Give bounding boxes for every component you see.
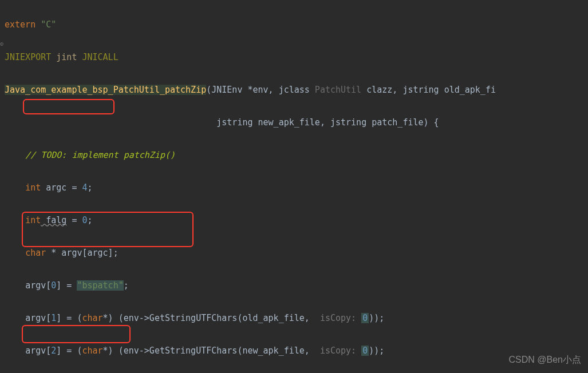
gutter-override-icon[interactable]: ⊙ xyxy=(0,38,3,49)
code-line: char * argv[argc]; xyxy=(5,245,583,261)
code-line: argv[2] = (char*) (env->GetStringUTFChar… xyxy=(5,343,583,359)
code-line: argv[0] = "bspatch"; xyxy=(5,277,583,294)
code-line: int argc = 4; xyxy=(5,180,583,196)
watermark: CSDN @Ben小点 xyxy=(509,351,582,368)
code-line: jstring new_apk_file, jstring patch_file… xyxy=(5,114,583,131)
code-line: int falg = 0; xyxy=(5,212,583,229)
code-line: argv[1] = (char*) (env->GetStringUTFChar… xyxy=(5,310,583,327)
code-line: JNIEXPORT jint JNICALL xyxy=(5,49,583,66)
code-editor[interactable]: extern "C" JNIEXPORT jint JNICALL Java_c… xyxy=(0,0,588,373)
code-line: extern "C" xyxy=(5,17,583,33)
code-line: // TODO: implement patchZip() xyxy=(5,147,583,164)
code-line: Java_com_example_bsp_PatchUtil_patchZip(… xyxy=(5,82,583,98)
